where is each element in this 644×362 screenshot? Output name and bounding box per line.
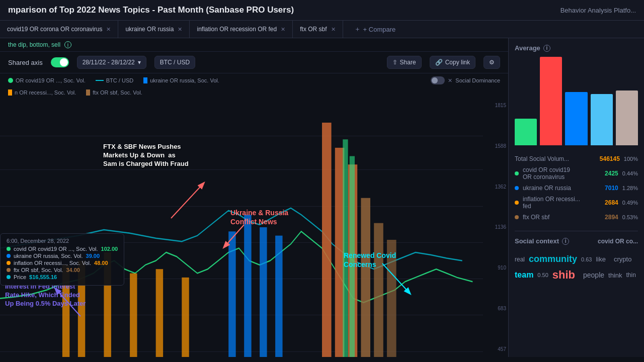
compare-icon: ＋ xyxy=(354,25,361,34)
tab-ftx-close[interactable]: ✕ xyxy=(331,26,336,33)
word-community[interactable]: community xyxy=(529,254,577,264)
share-label: Share xyxy=(400,59,416,66)
tooltip-row-price: Price $16,555.16 xyxy=(7,274,118,280)
tab-covid[interactable]: covid19 OR corona OR coronavirus ✕ xyxy=(0,21,118,38)
total-stat-row: Total Social Volum... 546145 100% xyxy=(515,155,638,162)
page-header: mparison of Top 2022 News Topics - Past … xyxy=(0,0,644,21)
stat-dot-covid xyxy=(515,171,519,175)
shared-axis-label: Shared axis xyxy=(8,59,43,66)
svg-rect-14 xyxy=(374,223,383,357)
compare-label: + Compare xyxy=(363,26,396,33)
main-layout: the dip, bottom, sell i Shared axis 28/1… xyxy=(0,38,644,357)
average-info-icon[interactable]: i xyxy=(543,45,550,52)
svg-rect-10 xyxy=(322,123,332,357)
legend-label-ftx: ftx OR sbf, Soc. Vol. xyxy=(93,89,142,96)
legend-item-ukraine: ukraine OR russia, Soc. Vol. xyxy=(143,77,219,83)
compare-button[interactable]: ＋ + Compare xyxy=(346,21,404,38)
tooltip-dot-covid xyxy=(7,247,11,251)
social-context-label: Social context xyxy=(515,237,559,245)
currency-button[interactable]: BTC / USD xyxy=(154,56,195,69)
tab-ftx[interactable]: ftx OR sbf ✕ xyxy=(293,21,343,38)
tab-inflation-close[interactable]: ✕ xyxy=(281,26,285,33)
legend-label-btc: BTC / USD xyxy=(106,77,133,83)
tab-ukraine-label: ukraine OR russia xyxy=(125,26,174,33)
tooltip-label-covid: covid OR covid19 OR ..., Soc. Vol. xyxy=(14,246,98,252)
stat-covid: covid OR covid19OR coronavirus 2425 0.44… xyxy=(515,166,638,180)
tab-inflation[interactable]: inflation OR recession OR fed ✕ xyxy=(190,21,293,38)
word-people[interactable]: people xyxy=(583,271,604,279)
social-context-info-icon[interactable]: i xyxy=(562,238,569,245)
tooltip-val-covid: 102.00 xyxy=(101,246,118,252)
social-dominance-close[interactable]: ✕ xyxy=(448,77,452,84)
word-050: 0.50 xyxy=(537,272,548,278)
tooltip-dot-ftx xyxy=(7,268,11,272)
chart-canvas[interactable]: 1815 1588 1362 1136 910 683 457 xyxy=(0,98,508,357)
tab-inflation-label: inflation OR recession OR fed xyxy=(197,26,277,33)
link-icon: 🔗 xyxy=(435,59,443,66)
copy-link-button[interactable]: 🔗 Copy link xyxy=(430,56,475,69)
share-icon: ⇧ xyxy=(392,59,397,66)
tab-ukraine-close[interactable]: ✕ xyxy=(178,26,182,33)
word-thin[interactable]: thin xyxy=(626,272,636,279)
y-label-7: 457 xyxy=(485,346,506,352)
annotation-ukraine: Ukraine & RussiaConflict News xyxy=(230,208,288,226)
legend-item-inflation: n OR recessi..., Soc. Vol. xyxy=(8,89,76,96)
tab-covid-close[interactable]: ✕ xyxy=(106,26,111,33)
settings-button[interactable]: ⚙ xyxy=(484,56,500,69)
svg-rect-8 xyxy=(260,227,267,357)
stat-label-covid: covid OR covid19OR coronavirus xyxy=(523,166,601,180)
legend-item-ftx: ftx OR sbf, Soc. Vol. xyxy=(86,89,142,96)
legend-item-covid-vol: OR covid19 OR ..., Soc. Vol. xyxy=(8,77,86,83)
y-label-3: 1362 xyxy=(485,184,506,190)
legend-line-btc xyxy=(96,80,104,81)
y-label-2: 1588 xyxy=(485,143,506,149)
svg-rect-13 xyxy=(361,198,370,357)
word-shib[interactable]: shib xyxy=(552,268,575,282)
y-label-1: 1815 xyxy=(485,103,506,108)
svg-rect-16 xyxy=(343,139,348,357)
y-axis: 1815 1588 1362 1136 910 683 457 xyxy=(483,98,508,357)
tooltip-label-price: Price xyxy=(14,274,26,280)
word-like[interactable]: like xyxy=(596,255,606,263)
tabs-row: covid19 OR corona OR coronavirus ✕ ukrai… xyxy=(0,21,644,38)
toolbar-row: Shared axis 28/11/22 - 28/12/22 ▾ BTC / … xyxy=(0,52,508,73)
date-range-button[interactable]: 28/11/22 - 28/12/22 ▾ xyxy=(77,56,146,69)
platform-label: Behavior Analysis Platfo... xyxy=(560,7,636,14)
social-context-for-label: covid OR co... xyxy=(598,238,638,245)
annotation-covid: Renewed CovidConcerns xyxy=(344,251,396,269)
date-range-label: 28/11/22 - 28/12/22 xyxy=(83,59,135,66)
word-think[interactable]: think xyxy=(608,272,622,279)
legend-label-ukraine: ukraine OR russia, Soc. Vol. xyxy=(150,77,219,83)
word-real[interactable]: real xyxy=(515,256,525,263)
word-team[interactable]: team xyxy=(515,270,533,280)
tab-ftx-label: ftx OR sbf xyxy=(300,26,327,33)
shared-axis-toggle[interactable] xyxy=(51,57,69,67)
word-crypto[interactable]: crypto xyxy=(614,255,631,263)
tab-covid-label: covid19 OR corona OR coronavirus xyxy=(7,26,102,33)
copy-link-label: Copy link xyxy=(445,59,470,66)
tooltip-dot-inflation xyxy=(7,261,11,265)
tooltip-val-inflation: 48.00 xyxy=(94,260,108,266)
insight-info-icon[interactable]: i xyxy=(64,41,71,48)
total-label: Total Social Volum... xyxy=(515,155,596,162)
annotation-ftx: FTX & SBF News PushesMarkets Up & Down a… xyxy=(103,143,189,168)
social-dominance-label: Social Dominance xyxy=(455,77,500,83)
stat-val-inflation: 2684 xyxy=(605,199,618,206)
share-button[interactable]: ⇧ Share xyxy=(387,56,422,69)
word-cloud: real community 0.63 like crypto team 0.5… xyxy=(515,250,638,286)
stat-dot-inflation xyxy=(515,201,519,205)
tooltip-label-ftx: ftx OR sbf, Soc. Vol. xyxy=(14,267,63,273)
sidebar-bar-ftx xyxy=(616,90,638,145)
stat-pct-ukraine: 1.28% xyxy=(622,185,638,191)
legend-label-inflation: n OR recessi..., Soc. Vol. xyxy=(15,89,76,96)
tooltip-label-ukraine: ukraine OR russia, Soc. Vol. xyxy=(14,253,83,259)
tab-ukraine[interactable]: ukraine OR russia ✕ xyxy=(118,21,190,38)
tooltip-val-ukraine: 39.00 xyxy=(86,253,100,259)
sidebar-divider xyxy=(515,231,638,231)
stat-dot-ukraine xyxy=(515,186,519,190)
average-label: Average xyxy=(515,44,540,52)
tooltip-date: 6:00, December 28, 2022 xyxy=(7,238,118,244)
legend-row-1: OR covid19 OR ..., Soc. Vol. BTC / USD u… xyxy=(0,73,508,87)
social-dominance-toggle[interactable] xyxy=(431,76,445,84)
tooltip-row-ftx: ftx OR sbf, Soc. Vol. 34.00 xyxy=(7,267,118,273)
